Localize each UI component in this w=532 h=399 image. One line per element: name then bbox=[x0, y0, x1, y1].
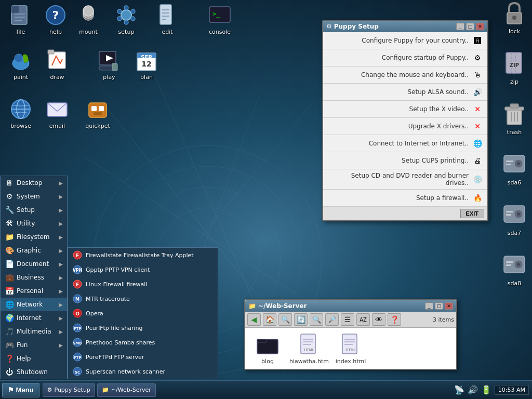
setup-item-1[interactable]: Configure startup of Puppy.. ⚙ bbox=[323, 49, 487, 66]
setup-item-8[interactable]: Setup CD and DVD reader and burner drive… bbox=[323, 169, 487, 190]
desktop-icon-draw[interactable]: draw bbox=[39, 48, 75, 81]
right-icon-sda6[interactable]: sda6 bbox=[501, 151, 528, 186]
right-icon-sda8[interactable]: sda8 bbox=[501, 252, 528, 287]
desktop-icon-help[interactable]: ? help bbox=[37, 3, 74, 35]
opera-icon: O bbox=[72, 308, 83, 318]
menu-item-multimedia[interactable]: 🎵 Multimedia ▶ bbox=[1, 325, 67, 338]
taskbar-item-webserver[interactable]: 📁 ~/Web-Server bbox=[97, 383, 156, 397]
desktop-icon-setup[interactable]: setup bbox=[108, 3, 144, 35]
file-blog[interactable]: blog bbox=[249, 332, 286, 365]
network-submenu: F Firewallstate Firewallstate Tray Apple… bbox=[68, 247, 218, 379]
svg-rect-53 bbox=[94, 112, 102, 115]
submenu-gpptp[interactable]: VPN Gpptp PPTP VPN client bbox=[68, 262, 218, 277]
ws-minimize-button[interactable]: _ bbox=[425, 302, 433, 310]
menu-item-system[interactable]: ⚙ System ▶ bbox=[1, 190, 67, 203]
submenu-pnethood[interactable]: SMB Pnethood Samba shares bbox=[68, 335, 218, 350]
minimize-button[interactable]: _ bbox=[456, 23, 464, 30]
desktop-icon-plan[interactable]: SEP12 plan bbox=[128, 48, 165, 81]
menu-item-fun[interactable]: 🎮 Fun ▶ bbox=[1, 338, 67, 352]
desktop-icon-paint[interactable]: paint bbox=[3, 48, 39, 81]
list-view-button[interactable]: ☰ bbox=[341, 313, 354, 326]
desktop-icon-edit[interactable]: edit bbox=[149, 3, 185, 35]
menu-item-desktop[interactable]: 🖥 Desktop ▶ bbox=[1, 176, 67, 190]
exit-button[interactable]: EXIT bbox=[460, 209, 484, 218]
desktop-icon-file[interactable]: file bbox=[3, 3, 39, 35]
submenu-pureftpd[interactable]: FTP PureFTPd FTP server bbox=[68, 350, 218, 364]
desktop-icon-play[interactable]: play bbox=[91, 48, 127, 81]
arrow-icon: ▶ bbox=[59, 329, 63, 335]
menu-item-help[interactable]: ❓ Help bbox=[1, 352, 67, 365]
right-icon-sda7[interactable]: sda7 bbox=[501, 202, 528, 236]
menu-item-graphic[interactable]: 🎨 Graphic ▶ bbox=[1, 244, 67, 257]
maximize-button[interactable]: □ bbox=[466, 23, 474, 30]
sort-button[interactable]: AZ bbox=[356, 313, 370, 326]
ws-maximize-button[interactable]: □ bbox=[435, 302, 443, 310]
submenu-pcurlftp[interactable]: FTP PcurlFtp file sharing bbox=[68, 321, 218, 335]
browse-label: browse bbox=[10, 123, 31, 129]
svg-text:M: M bbox=[75, 297, 79, 302]
desktop-icon-console[interactable]: >_ console bbox=[202, 3, 238, 35]
desktop-icon-quickpet[interactable]: quickpet bbox=[79, 97, 116, 129]
setup-item-5[interactable]: Upgrade X drivers.. ✕ bbox=[323, 118, 487, 135]
menu-item-filesystem[interactable]: 📁 Filesystem ▶ bbox=[1, 230, 67, 244]
taskbar-item-setup[interactable]: ⚙ Puppy Setup bbox=[43, 383, 95, 397]
connect-internet-icon: 🌐 bbox=[472, 138, 483, 149]
menu-item-shutdown[interactable]: ⏻ Shutdown bbox=[1, 365, 67, 379]
refresh-button[interactable]: 🔄 bbox=[294, 313, 308, 326]
help-tb-button[interactable]: ❓ bbox=[388, 313, 401, 326]
submenu-mtr[interactable]: M MTR traceroute bbox=[68, 291, 218, 306]
blog-label: blog bbox=[261, 358, 274, 365]
svg-rect-11 bbox=[11, 6, 19, 13]
close-button[interactable]: ✕ bbox=[476, 23, 484, 30]
gpptp-icon: VPN bbox=[72, 264, 83, 275]
zoom-in-button[interactable]: 🔍 bbox=[310, 313, 323, 326]
svg-point-23 bbox=[131, 17, 135, 21]
system-menu-icon: ⚙ bbox=[5, 192, 14, 201]
view-button[interactable]: 👁 bbox=[372, 313, 385, 326]
home-button[interactable]: 🏠 bbox=[263, 313, 276, 326]
desktop-icon-browse[interactable]: browse bbox=[3, 97, 39, 129]
ws-close-button[interactable]: ✕ bbox=[445, 302, 453, 310]
setup-item-6[interactable]: Connect to Internet or Intranet.. 🌐 bbox=[323, 135, 487, 152]
setup-item-0[interactable]: Configure Puppy for your country.. 🅰 bbox=[323, 32, 487, 49]
menu-item-setup[interactable]: 🔧 Setup ▶ bbox=[1, 203, 67, 217]
submenu-firewallstate[interactable]: F Firewallstate Firewallstate Tray Apple… bbox=[68, 248, 218, 262]
trash-icon bbox=[501, 101, 528, 128]
setup-item-9[interactable]: Setup a firewall.. 🔥 bbox=[323, 190, 487, 207]
submenu-opera[interactable]: O Opera bbox=[68, 306, 218, 321]
right-icon-zip[interactable]: ZIP zip bbox=[501, 50, 528, 85]
submenu-superscan[interactable]: SC Superscan network scanner bbox=[68, 364, 218, 379]
menu-item-internet[interactable]: 🌍 Internet ▶ bbox=[1, 311, 67, 325]
file-index[interactable]: HTML index.html bbox=[332, 332, 369, 365]
network-status-icon[interactable]: 📡 bbox=[454, 385, 464, 395]
menu-item-business[interactable]: 💼 Business ▶ bbox=[1, 271, 67, 284]
svg-rect-41 bbox=[112, 63, 117, 71]
zoom-out-button[interactable]: 🔎 bbox=[325, 313, 339, 326]
submenu-linux-firewall[interactable]: F Linux-Firewall firewall bbox=[68, 277, 218, 291]
menu-item-document[interactable]: 📄 Document ▶ bbox=[1, 257, 67, 271]
firewallstate-icon: F bbox=[72, 250, 83, 260]
volume-icon[interactable]: 🔊 bbox=[468, 385, 478, 395]
menu-item-network[interactable]: 🌐 Network ▶ bbox=[1, 298, 67, 311]
back-button[interactable]: ◀ bbox=[247, 313, 261, 326]
setup-item-2[interactable]: Change the mouse and keyboard.. 🖱 bbox=[323, 66, 487, 84]
svg-point-22 bbox=[131, 9, 135, 14]
folder-taskbar-icon: 📁 bbox=[102, 387, 109, 393]
setup-item-4[interactable]: Setup the X video.. ✕ bbox=[323, 101, 487, 118]
setup-item-3[interactable]: Setup ALSA sound.. 🔊 bbox=[323, 84, 487, 101]
quickpet-icon bbox=[85, 97, 110, 122]
right-icon-trash[interactable]: trash bbox=[501, 101, 528, 136]
setup-item-7[interactable]: Setup CUPS printing.. 🖨 bbox=[323, 152, 487, 169]
desktop-icon-mount[interactable]: mount bbox=[70, 3, 107, 35]
personal-menu-icon: 📅 bbox=[5, 287, 14, 295]
menu-item-utility[interactable]: 🛠 Utility ▶ bbox=[1, 217, 67, 230]
play-label: play bbox=[103, 74, 115, 81]
right-icon-lock[interactable]: lock bbox=[501, 0, 528, 35]
battery-icon[interactable]: 🔋 bbox=[481, 385, 491, 395]
file-hiawatha[interactable]: HTML hiawatha.htm bbox=[291, 332, 327, 365]
menu-item-personal[interactable]: 📅 Personal ▶ bbox=[1, 284, 67, 298]
search-button[interactable]: 🔍 bbox=[278, 313, 292, 326]
svg-text:FTP: FTP bbox=[74, 356, 82, 360]
desktop-icon-email[interactable]: email bbox=[39, 97, 75, 129]
start-button[interactable]: ⚑ Menu bbox=[2, 383, 39, 397]
